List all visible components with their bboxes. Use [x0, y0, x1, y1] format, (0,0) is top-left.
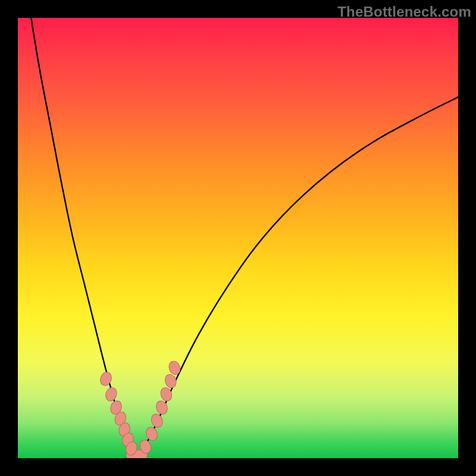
chart-stage: TheBottleneck.com [0, 0, 476, 476]
bead-group [99, 359, 182, 458]
bead-marker [145, 425, 159, 442]
bead-marker [163, 373, 178, 390]
curve-overlay [18, 18, 458, 458]
bead-marker [167, 359, 182, 376]
bead-marker [155, 399, 170, 416]
bead-marker [99, 371, 114, 387]
bead-marker [104, 386, 119, 403]
curve-group [31, 18, 458, 458]
curve-right-branch [137, 97, 458, 458]
plot-area [18, 18, 458, 458]
curve-left-branch [31, 18, 137, 458]
bead-marker [149, 412, 164, 429]
